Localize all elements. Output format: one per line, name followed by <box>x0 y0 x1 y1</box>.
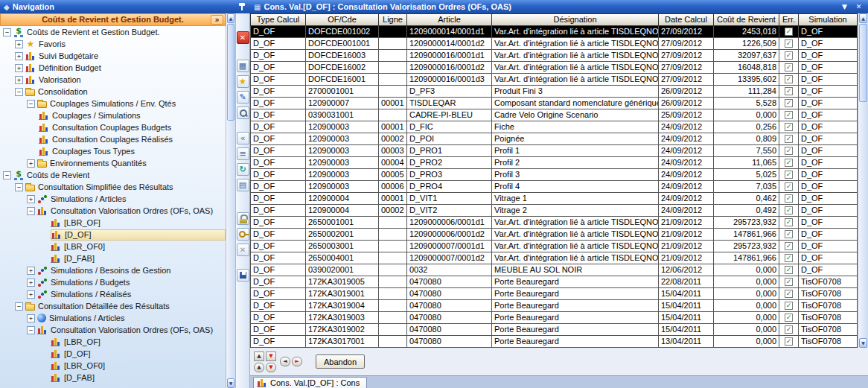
close-icon[interactable]: ✕ <box>853 3 864 10</box>
tab-cons-val-d-of[interactable]: Cons. Val.[D_OF] : Cons <box>253 377 367 388</box>
lock-button[interactable] <box>237 212 249 225</box>
tree-item-consultation-couplages-budgets[interactable]: Consultation Couplages Budgets <box>0 121 226 133</box>
table-row[interactable]: D_OF172KA30190030470080Porte Beauregard1… <box>250 312 858 324</box>
tree-item-consultation-d-taill-e-des-r-sultats[interactable]: −Consultation Détaillée des Résultats <box>0 300 226 312</box>
expand-icon[interactable]: + <box>15 40 23 48</box>
table-row[interactable]: D_OF172KA30190040470080Porte Beauregard1… <box>250 300 858 312</box>
expand-icon[interactable]: + <box>27 267 35 275</box>
table-row[interactable]: D_OF12090000300005D_PRO3Profil 324/09/20… <box>250 169 858 181</box>
copy-button[interactable]: ▤ <box>237 179 249 191</box>
tree-item-consolidation[interactable]: −Consolidation <box>0 86 226 98</box>
table-row[interactable]: D_OFDOFCDE160031209000016/0001d1Var.Art.… <box>250 50 858 62</box>
column-header-simulation[interactable]: Simulation <box>799 13 858 26</box>
column-header-co-t-de-revient[interactable]: Coût de Revient <box>714 13 779 26</box>
table-row[interactable]: D_OF26500020011209000006/0001d2Var.Art. … <box>250 229 858 241</box>
tree-item-lbr-of[interactable]: [LBR_OF] <box>0 336 226 348</box>
record-prev-button[interactable]: ▲ <box>254 363 264 372</box>
collapse-icon[interactable]: − <box>3 171 11 179</box>
table-row[interactable]: D_OF12090000300002D_POIPoignée24/09/2012… <box>250 133 858 145</box>
table-row[interactable]: D_OF172KA30190020470080Porte Beauregard1… <box>250 324 858 336</box>
table-row[interactable]: D_OF0390031001CADRE-PI-BLEUCadre Velo Or… <box>250 109 858 121</box>
collapse-icon[interactable]: − <box>15 183 23 191</box>
tree-item-consultation-valorisation-ordres-ofs-oas[interactable]: −Consultation Valorisation Ordres (OFs, … <box>0 205 226 217</box>
tree-item-simulations-articles[interactable]: +Simulations / Articles <box>0 312 226 324</box>
tree-item-d-of[interactable]: [D_OF] <box>0 229 226 241</box>
collapse-icon[interactable]: − <box>3 28 11 36</box>
table-row[interactable]: D_OFDOFCDE160021209000016/0001d2Var.Art.… <box>250 62 858 74</box>
chevron-down-icon[interactable]: ▼ <box>839 3 850 10</box>
table-row[interactable]: D_OF12090000300006D_PRO4Profil 424/09/20… <box>250 181 858 193</box>
grid-view-button[interactable]: ▦ <box>237 60 249 72</box>
tree-item-co-ts-de-revient-et-gestion-budget[interactable]: −$Coûts de Revient et Gestion Budget. <box>0 26 226 38</box>
table-scrollbar[interactable]: ▲ ▼ <box>858 13 868 348</box>
tree-item-lbr-of0[interactable]: [LBR_OF0] <box>0 360 226 372</box>
table-row[interactable]: D_OF03900200010032MEUBLE AU SOL NOIR12/0… <box>250 264 858 276</box>
collapse-icon[interactable]: − <box>15 88 23 96</box>
collapse-icon[interactable]: − <box>27 100 35 108</box>
table-row[interactable]: D_OFDOFCDE0010021209000014/0001d1Var.Art… <box>250 26 858 38</box>
tree-item-co-ts-de-revient[interactable]: −$Coûts de Revient <box>0 169 226 181</box>
tree-item-environnements-quantit-s[interactable]: +Environnements Quantités <box>0 157 226 169</box>
expand-icon[interactable]: + <box>15 52 23 60</box>
tree-item-consultation-valorisation-ordres-ofs-oas[interactable]: −Consultation Valorisation Ordres (OFs, … <box>0 324 226 336</box>
expand-icon[interactable]: + <box>27 159 35 168</box>
save-button[interactable] <box>237 269 249 282</box>
tree-item-consultation-simplifi-e-des-r-sultats[interactable]: −Consultation Simplifiée des Résultats <box>0 181 226 193</box>
table-row[interactable]: D_OF2700001001D_PF3Produit Fini 326/09/2… <box>250 86 858 98</box>
table-row[interactable]: D_OF172KA30190010470080Porte Beauregard1… <box>250 288 858 300</box>
table-row[interactable]: D_OF26500010011209000006/0001d1Var.Art. … <box>250 217 858 229</box>
column-header-ligne[interactable]: Ligne <box>379 13 407 26</box>
collapse-icon[interactable]: − <box>27 326 35 334</box>
delete-button[interactable]: ✕ <box>237 244 249 256</box>
search-button[interactable] <box>237 106 249 119</box>
scroll-up-button[interactable]: ▲ <box>227 13 234 23</box>
tree-item-couplages-simulations-env-qt-s[interactable]: −Couplages Simulations / Env. Qtés <box>0 98 226 109</box>
tree-item-simulations-budgets[interactable]: +Simulations / Budgets <box>0 276 226 288</box>
collapse-icon[interactable]: − <box>27 207 35 215</box>
expand-icon[interactable]: + <box>27 195 35 203</box>
refresh-button[interactable]: ↻ <box>237 163 249 176</box>
scroll-thumb[interactable] <box>227 24 234 121</box>
column-header-type-calcul[interactable]: Type Calcul <box>250 13 306 26</box>
key-button[interactable] <box>237 228 249 241</box>
table-row[interactable]: D_OFDOFCDE160011209000016/0001d3Var.Art.… <box>250 74 858 86</box>
edit-button[interactable]: ✎ <box>237 91 249 104</box>
table-row[interactable]: D_OF12090000300004D_PRO2Profil 224/09/20… <box>250 157 858 169</box>
scroll-thumb[interactable] <box>859 24 867 102</box>
scroll-up-button[interactable]: ▲ <box>859 13 867 23</box>
close-panel-button[interactable]: ✕ <box>237 31 249 44</box>
column-header-of-cde[interactable]: OF/Cde <box>306 13 379 26</box>
chevron-expand-button[interactable]: » <box>211 15 223 25</box>
column-header-article[interactable]: Article <box>407 13 492 26</box>
table-row[interactable]: D_OF12090000700001TISDLEQARComposant sta… <box>250 98 858 109</box>
record-last-button[interactable]: ▼ <box>266 352 276 361</box>
tree-item-lbr-of0[interactable]: [LBR_OF0] <box>0 241 226 252</box>
tree-item-couplages-simulations[interactable]: Couplages / Simulations <box>0 109 226 121</box>
tree-item-d-fab[interactable]: [D_FAB] <box>0 252 226 264</box>
scroll-down-button[interactable]: ▼ <box>227 378 234 388</box>
tree-item-simulations-articles[interactable]: +Simulations / Articles <box>0 193 226 205</box>
tree-item-d-fab[interactable]: [D_FAB] <box>0 372 226 384</box>
page-next-button[interactable]: ► <box>292 357 302 366</box>
record-first-button[interactable]: ▲ <box>254 352 264 361</box>
collapse-icon[interactable]: − <box>15 302 23 311</box>
tree-item-d-finition-budget[interactable]: +Définition Budget <box>0 62 226 74</box>
abandon-button[interactable]: Abandon <box>316 354 365 369</box>
collapse-panel-button[interactable]: « <box>237 132 249 144</box>
table-row[interactable]: D_OF12090000400001D_VIT1Vitrage 124/09/2… <box>250 193 858 205</box>
list-button[interactable]: ≡ <box>237 147 249 160</box>
tree-item-simulations-r-alis-s[interactable]: +Simulations / Réalisés <box>0 288 226 300</box>
tree-item-consultation-couplages-r-alis-s[interactable]: Consultation Couplages Réalisés <box>0 133 226 145</box>
page-prev-button[interactable]: ◄ <box>280 357 290 366</box>
table-row[interactable]: D_OF26500040011209000007/0001d2Var.Art. … <box>250 252 858 264</box>
column-header-err[interactable]: Err. <box>779 13 799 26</box>
record-next-button[interactable]: ▼ <box>266 363 276 372</box>
tree-item-suivi-budg-taire[interactable]: +Suivi Budgétaire <box>0 50 226 62</box>
expand-icon[interactable]: + <box>27 279 35 287</box>
column-header-date-calcul[interactable]: Date Calcul <box>659 13 714 26</box>
tree-item-d-of[interactable]: [D_OF] <box>0 348 226 360</box>
table-row[interactable]: D_OF12090000300001D_FICFiche24/09/20120,… <box>250 121 858 133</box>
column-header-d-signation[interactable]: Désignation <box>492 13 659 26</box>
expand-icon[interactable]: + <box>15 64 23 72</box>
tree-scrollbar[interactable]: ▲ ▼ <box>226 13 235 388</box>
